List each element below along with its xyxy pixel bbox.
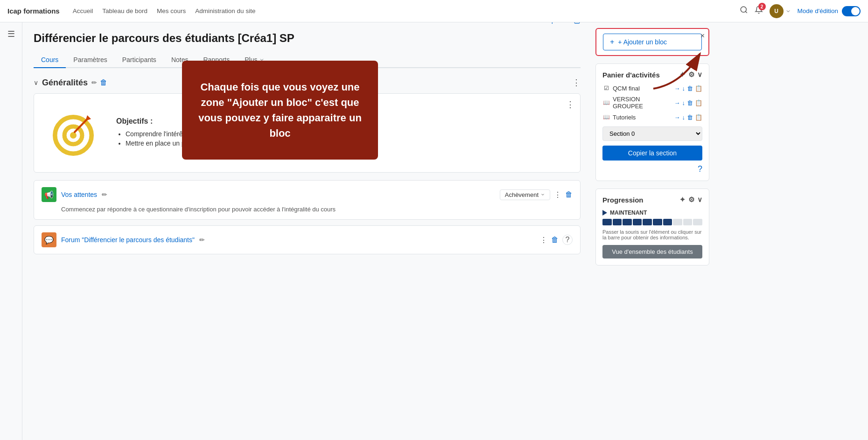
- add-block-plus: +: [610, 38, 614, 46]
- forum-edit-icon[interactable]: ✏: [199, 236, 205, 244]
- section-basket-icon[interactable]: 🗑: [100, 78, 107, 87]
- progression-collapse-icon[interactable]: ∨: [697, 196, 702, 204]
- add-block-box: × + + Ajouter un bloc: [595, 28, 709, 56]
- section-title: Généralités: [42, 78, 88, 88]
- progress-bar[interactable]: [602, 219, 702, 225]
- section-toggle-icon[interactable]: ∨: [34, 79, 38, 86]
- panier-collapse-icon[interactable]: ∨: [697, 70, 702, 79]
- nav-tableau-de-bord[interactable]: Tableau de bord: [102, 7, 147, 14]
- panier-qcm-icon: ☑: [602, 84, 610, 92]
- page-layout: ☰ Différencier le parcours des étudiants…: [0, 22, 868, 440]
- section-select[interactable]: Section 0: [602, 126, 702, 141]
- panier-tutoriels-trash[interactable]: 🗑: [687, 114, 693, 121]
- topnav-right: 2 U Mode d'édition: [740, 4, 861, 18]
- activity-edit-icon[interactable]: ✏: [102, 191, 107, 198]
- copier-section-button[interactable]: Copier la section: [602, 146, 702, 161]
- add-block-button[interactable]: + + Ajouter un bloc: [603, 34, 702, 50]
- edition-toggle-switch[interactable]: [842, 6, 861, 16]
- progression-move-icon[interactable]: ✦: [679, 196, 686, 204]
- panier-qcm-arrow[interactable]: →: [674, 85, 680, 92]
- mode-edition-toggle[interactable]: Mode d'édition: [798, 6, 861, 16]
- sidebar-toggle[interactable]: ☰: [0, 22, 22, 440]
- panier-version-arrow[interactable]: →: [674, 99, 680, 106]
- right-sidebar: × + + Ajouter un bloc Panier d'activités…: [592, 22, 713, 440]
- panier-tutoriels-download[interactable]: ↓: [682, 114, 686, 121]
- panier-tutoriels-actions: → ↓ 🗑 📋: [674, 114, 703, 121]
- progress-segment-4[interactable]: [643, 219, 652, 225]
- panier-settings-icon[interactable]: ⚙: [688, 70, 694, 79]
- vue-ensemble-button[interactable]: Vue d'ensemble des étudiants: [602, 245, 702, 258]
- achevement-badge[interactable]: Achèvement: [500, 189, 550, 200]
- panier-version-icon: 📖: [602, 99, 610, 106]
- brand-name: Icap formations: [7, 7, 60, 15]
- section-three-dots[interactable]: ⋮: [572, 77, 581, 88]
- section-edit-icon[interactable]: ✏: [91, 79, 97, 86]
- svg-point-0: [741, 7, 746, 12]
- forum-help-icon[interactable]: ?: [562, 235, 573, 245]
- tab-parametres[interactable]: Paramètres: [66, 52, 114, 68]
- panier-help-icon[interactable]: ?: [602, 164, 702, 174]
- progress-segment-9[interactable]: [693, 219, 702, 225]
- activity-basket-icon[interactable]: 🗑: [565, 190, 573, 199]
- tab-participants[interactable]: Participants: [115, 52, 164, 68]
- svg-point-9: [70, 132, 77, 139]
- panier-qcm-name: QCM final: [613, 85, 672, 92]
- nav-accueil[interactable]: Accueil: [73, 7, 93, 14]
- panier-header: Panier d'activités ✦ ⚙ ∨: [602, 70, 702, 79]
- panier-move-icon[interactable]: ✦: [679, 70, 686, 79]
- activity-meta: Achèvement ⋮ 🗑: [500, 189, 573, 200]
- progress-segment-6[interactable]: [663, 219, 672, 225]
- progress-segment-7[interactable]: [673, 219, 682, 225]
- panier-tutoriels-copy[interactable]: 📋: [695, 114, 702, 121]
- nav-administration[interactable]: Administration du site: [195, 7, 255, 14]
- activity-description: Commencez par répondre à ce questionnair…: [42, 206, 573, 213]
- forum-basket-icon[interactable]: 🗑: [551, 236, 559, 244]
- user-avatar-menu[interactable]: U: [770, 4, 791, 18]
- activity-name-vos-attentes[interactable]: Vos attentes: [61, 191, 97, 198]
- mode-edition-label: Mode d'édition: [798, 7, 838, 14]
- overlay-popup: Chaque fois que vous voyez une zone "Ajo…: [182, 61, 378, 160]
- search-icon[interactable]: [740, 6, 748, 16]
- progress-segment-0[interactable]: [602, 219, 612, 225]
- panier-version-copy[interactable]: 📋: [695, 99, 702, 106]
- panier-qcm-download[interactable]: ↓: [682, 85, 686, 92]
- progress-segment-1[interactable]: [613, 219, 622, 225]
- tab-cours[interactable]: Cours: [34, 52, 66, 68]
- panier-qcm-trash[interactable]: 🗑: [687, 85, 693, 92]
- activity-name-forum[interactable]: Forum "Différencier le parcours des étud…: [61, 236, 195, 244]
- notifications-icon[interactable]: 2: [755, 6, 763, 16]
- panier-tutoriels-arrow[interactable]: →: [674, 114, 680, 121]
- section-actions: ✏ 🗑: [91, 78, 107, 87]
- hamburger-icon[interactable]: ☰: [7, 29, 15, 39]
- progress-segment-8[interactable]: [683, 219, 693, 225]
- svg-line-1: [745, 11, 747, 13]
- activity-row-forum: 💬 Forum "Différencier le parcours des ét…: [34, 225, 581, 254]
- activity-survey-icon: 📢: [42, 187, 56, 202]
- page-title: Différencier le parcours des étudiants […: [34, 32, 294, 45]
- progression-title: Progression: [602, 196, 644, 204]
- panier-block-actions: ✦ ⚙ ∨: [679, 70, 702, 79]
- add-block-close-icon[interactable]: ×: [700, 32, 705, 40]
- activity-dots[interactable]: ⋮: [554, 190, 561, 199]
- panier-version-download[interactable]: ↓: [682, 99, 686, 106]
- panier-item-version: 📖 VERSION GROUPEE → ↓ 🗑 📋: [602, 96, 702, 110]
- nav-mes-cours[interactable]: Mes cours: [157, 7, 186, 14]
- progress-segment-5[interactable]: [653, 219, 662, 225]
- panier-version-name: VERSION GROUPEE: [613, 96, 672, 110]
- panier-version-trash[interactable]: 🗑: [687, 99, 693, 106]
- progression-block-actions: ✦ ⚙ ∨: [679, 196, 702, 204]
- panier-item-tutoriels: 📖 Tutoriels → ↓ 🗑 📋: [602, 113, 702, 121]
- forum-dots[interactable]: ⋮: [540, 236, 547, 244]
- card-three-dots[interactable]: ⋮: [566, 99, 574, 110]
- panier-block: Panier d'activités ✦ ⚙ ∨ ☑ QCM final → ↓…: [595, 63, 709, 181]
- activity-row-top: 📢 Vos attentes ✏ Achèvement ⋮ 🗑: [42, 187, 573, 202]
- progression-now-label: MAINTENANT: [602, 210, 702, 216]
- progress-segment-2[interactable]: [623, 219, 632, 225]
- activity-forum-icon: 💬: [42, 232, 56, 247]
- avatar: U: [770, 4, 784, 18]
- panier-qcm-copy[interactable]: 📋: [695, 85, 702, 92]
- panier-tutoriels-name: Tutoriels: [613, 114, 672, 121]
- activity-row-top-forum: 💬 Forum "Différencier le parcours des ét…: [42, 232, 573, 247]
- progression-settings-icon[interactable]: ⚙: [688, 196, 694, 204]
- progress-segment-3[interactable]: [633, 219, 642, 225]
